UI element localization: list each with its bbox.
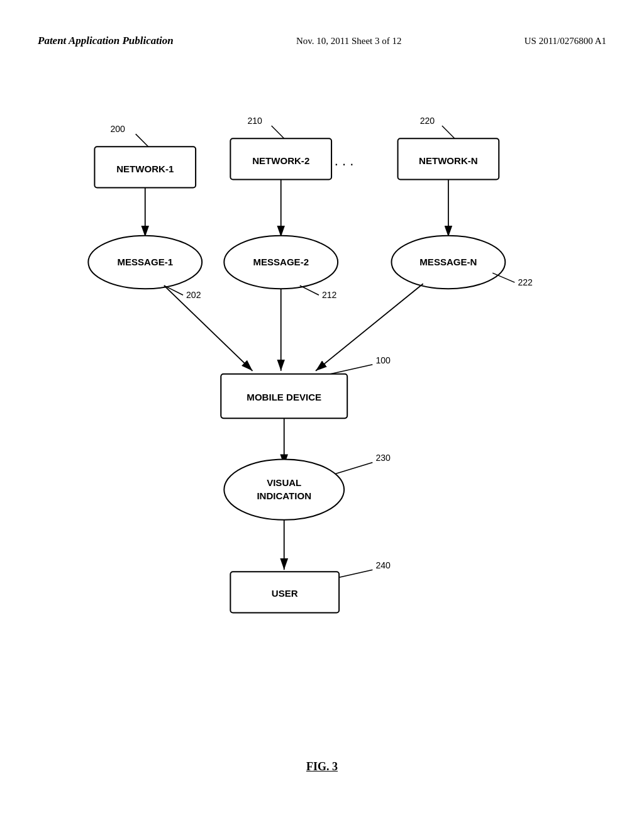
network1-label: NETWORK-1: [116, 163, 174, 174]
ref-100: 100: [375, 355, 391, 365]
mobile-label: MOBILE DEVICE: [247, 392, 321, 402]
message2-label: MESSAGE-2: [253, 257, 309, 267]
svg-line-5: [442, 126, 455, 138]
svg-point-23: [224, 459, 344, 519]
networkN-label: NETWORK-N: [419, 155, 478, 166]
page-header: Patent Application Publication Nov. 10, …: [0, 35, 644, 47]
ref-202: 202: [186, 290, 201, 300]
diagram-svg: 200 NETWORK-1 210 NETWORK-2 . . . 220 NE…: [38, 94, 606, 704]
network2-label: NETWORK-2: [252, 155, 309, 166]
ref-240: 240: [375, 560, 391, 570]
visual-label-2: INDICATION: [257, 490, 311, 501]
ref-220: 220: [420, 116, 435, 126]
user-label: USER: [272, 588, 298, 599]
messageN-label: MESSAGE-N: [419, 257, 477, 267]
svg-line-11: [164, 285, 183, 295]
svg-line-16: [164, 285, 253, 371]
patent-diagram: 200 NETWORK-1 210 NETWORK-2 . . . 220 NE…: [38, 94, 606, 704]
ref-230: 230: [375, 453, 391, 463]
publication-date-sheet: Nov. 10, 2011 Sheet 3 of 12: [296, 36, 402, 47]
visual-label-1: VISUAL: [267, 477, 301, 488]
ref-200: 200: [111, 124, 126, 134]
figure-label: FIG. 3: [0, 760, 644, 773]
message1-label: MESSAGE-1: [117, 257, 173, 267]
dots: . . .: [335, 153, 354, 169]
ref-222: 222: [518, 277, 533, 287]
svg-line-15: [492, 273, 514, 282]
ref-210: 210: [247, 116, 262, 126]
ref-212: 212: [322, 290, 337, 300]
svg-line-3: [272, 126, 284, 138]
svg-line-1: [136, 134, 148, 147]
publication-number: US 2011/0276800 A1: [525, 36, 606, 47]
publication-title: Patent Application Publication: [38, 35, 174, 47]
svg-line-13: [300, 285, 319, 295]
